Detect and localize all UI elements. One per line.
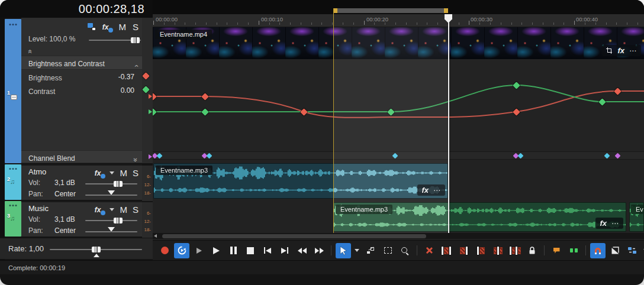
- pan-slider[interactable]: [85, 195, 137, 196]
- track-name[interactable]: Atmo: [28, 167, 46, 176]
- group-button[interactable]: [624, 243, 640, 258]
- trim-end-button[interactable]: [473, 243, 488, 258]
- rewind-button[interactable]: [294, 243, 310, 258]
- param-row-contrast[interactable]: Contrast 0.00: [21, 84, 142, 98]
- selection-tool-button[interactable]: [336, 243, 351, 258]
- automation-area[interactable]: [153, 59, 644, 151]
- trim-start-button[interactable]: [456, 243, 471, 258]
- fx-dropdown-caret[interactable]: [110, 171, 114, 174]
- mute-button[interactable]: M: [120, 169, 127, 177]
- expand-section-chevron[interactable]: «: [128, 158, 142, 162]
- clip-fx-button[interactable]: fx: [600, 219, 607, 228]
- range-select-button[interactable]: [380, 243, 395, 258]
- solo-button[interactable]: S: [133, 205, 139, 214]
- solo-button[interactable]: S: [133, 22, 139, 31]
- scroll-left-arrow[interactable]: [154, 234, 157, 238]
- loop-region-end-cap[interactable]: [444, 8, 448, 13]
- brightness-keyframe-diamond[interactable]: [142, 72, 150, 80]
- scrollbar-thumb[interactable]: [162, 234, 426, 238]
- keyframe-tool-button[interactable]: [363, 243, 378, 258]
- clip-more-button[interactable]: ⋯: [433, 186, 441, 195]
- music-clip[interactable]: Eventname.mp3 fx ⋯: [333, 202, 626, 232]
- blend-keyframe-row[interactable]: [153, 151, 644, 160]
- music-clip2-label[interactable]: Eventname.mp3: [631, 205, 643, 214]
- clip-more-button[interactable]: ⋯: [629, 47, 637, 55]
- fx-dropdown-caret[interactable]: [110, 208, 114, 211]
- level-slider-handle[interactable]: [131, 37, 140, 43]
- loop-playback-button[interactable]: [174, 243, 189, 258]
- blend-keyframe-diamond[interactable]: [517, 153, 523, 159]
- timeline[interactable]: 00:00:0000:00:1000:00:2000:00:3000:00:40…: [153, 0, 644, 240]
- timeline-ruler[interactable]: 00:00:0000:00:1000:00:2000:00:3000:00:40: [153, 14, 644, 27]
- track-menu-icon[interactable]: [9, 205, 11, 206]
- keyframe-diamond[interactable]: [153, 93, 156, 101]
- music-clip-2[interactable]: Eventname.mp3: [629, 202, 644, 232]
- param-row-brightness[interactable]: Brightness -0.37: [21, 70, 142, 84]
- video-track-strip[interactable]: 1: [5, 19, 21, 163]
- crossfade-button[interactable]: [607, 243, 623, 258]
- blend-keyframe-diamond[interactable]: [604, 153, 610, 159]
- marker-button[interactable]: [549, 243, 564, 258]
- music-row[interactable]: Eventname.mp3 fx ⋯ Eventname.mp3: [153, 202, 644, 233]
- keyframe-diamond[interactable]: [201, 108, 209, 116]
- keyframe-diamond[interactable]: [201, 93, 209, 101]
- pan-slider[interactable]: [85, 231, 137, 232]
- jump-start-button[interactable]: [260, 243, 275, 258]
- cut-out-range-button[interactable]: [439, 243, 454, 258]
- keyframe-diamond[interactable]: [387, 108, 395, 116]
- track-name[interactable]: Music: [28, 204, 49, 213]
- music-track-strip[interactable]: 3 ♫: [5, 201, 21, 237]
- vol-slider[interactable]: [85, 183, 137, 184]
- solo-button[interactable]: S: [133, 169, 139, 177]
- loop-region-start-cap[interactable]: [333, 8, 337, 13]
- collapse-header-chevron[interactable]: «: [26, 50, 34, 54]
- scene-markers-button[interactable]: [566, 243, 581, 258]
- delete-button[interactable]: [421, 243, 437, 258]
- track-menu-icon[interactable]: [9, 168, 11, 170]
- pan-slider-handle[interactable]: [108, 190, 115, 195]
- split-button[interactable]: [490, 243, 505, 258]
- clip-more-button[interactable]: ⋯: [611, 219, 619, 228]
- track-fx-button[interactable]: fx: [95, 206, 105, 214]
- zoom-tool-button[interactable]: [397, 243, 413, 258]
- group-dropdown[interactable]: [642, 243, 644, 258]
- keyframe-diamond[interactable]: [513, 82, 520, 89]
- blend-keyframe-diamond[interactable]: [392, 153, 398, 159]
- music-clip-label[interactable]: Eventname.mp3: [336, 205, 392, 214]
- snap-button[interactable]: [590, 243, 606, 258]
- blend-keyframe-diamond[interactable]: [614, 153, 620, 159]
- crop-icon[interactable]: [606, 47, 613, 54]
- contrast-keyframe-diamond[interactable]: [142, 86, 150, 93]
- blend-section-header[interactable]: Channel Blend «: [21, 150, 142, 163]
- tool-dropdown[interactable]: [353, 243, 361, 258]
- vol-slider[interactable]: [85, 220, 137, 221]
- atmo-clip[interactable]: Eventname.mp3 fx ⋯: [153, 163, 448, 199]
- track-fx-button[interactable]: fx: [102, 23, 112, 31]
- pan-slider-handle[interactable]: [108, 227, 115, 232]
- blend-keyframe-diamond[interactable]: [156, 153, 162, 159]
- keyframe-diamond[interactable]: [153, 108, 156, 116]
- rate-slider[interactable]: [50, 249, 142, 250]
- loop-region-bar[interactable]: [333, 8, 448, 13]
- remove-gap-button[interactable]: [507, 243, 523, 258]
- keyframe-diamond[interactable]: [614, 88, 622, 95]
- stop-button[interactable]: [243, 243, 258, 258]
- blend-keyframe-diamond[interactable]: [206, 153, 212, 159]
- mute-button[interactable]: M: [118, 22, 126, 31]
- play-preview-button[interactable]: [191, 243, 207, 258]
- keyframe-diamond[interactable]: [513, 108, 520, 116]
- jump-end-button[interactable]: [277, 243, 292, 258]
- rate-slider-handle[interactable]: [92, 247, 101, 252]
- track-fx-button[interactable]: fx: [95, 169, 105, 177]
- video-clip-row[interactable]: Eventname.mp4 fx ⋯: [153, 27, 644, 59]
- atmo-track-strip[interactable]: 2 ♫: [5, 164, 21, 200]
- clip-fx-button[interactable]: fx: [421, 186, 429, 195]
- mute-button[interactable]: M: [120, 205, 127, 214]
- level-slider[interactable]: [89, 40, 141, 41]
- track-overlay-icon[interactable]: [88, 23, 96, 31]
- forward-button[interactable]: [311, 243, 327, 258]
- clip-fx-button[interactable]: fx: [617, 46, 624, 55]
- video-clip-label[interactable]: Eventname.mp4: [155, 30, 212, 39]
- play-button[interactable]: [208, 243, 224, 258]
- track-menu-icon[interactable]: [9, 24, 11, 25]
